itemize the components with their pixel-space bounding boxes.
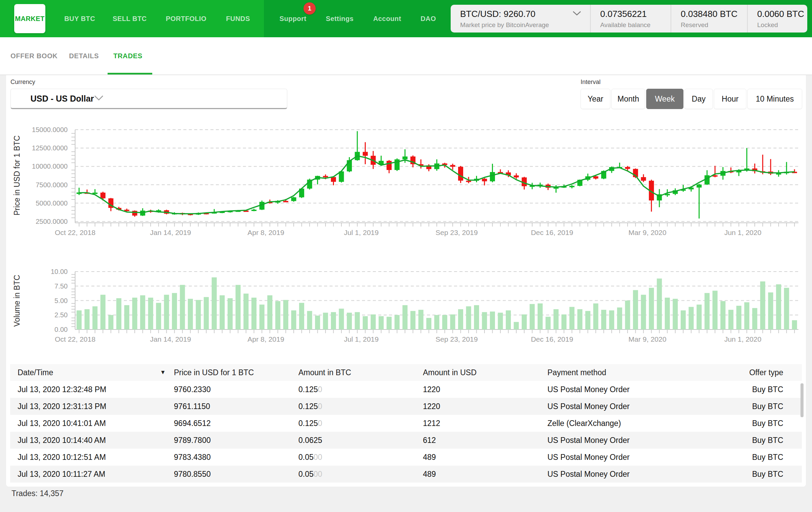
cell-price: 9761.1150 <box>174 398 210 415</box>
header-amount-btc[interactable]: Amount in BTC <box>298 364 351 381</box>
svg-text:Jun 1, 2020: Jun 1, 2020 <box>724 229 762 236</box>
cell-price: 9783.4380 <box>174 449 211 466</box>
cell-payment-method: US Postal Money Order <box>547 398 630 415</box>
cell-offer-type: Buy BTC <box>752 432 783 449</box>
active-tab-underline <box>108 73 152 74</box>
cell-datetime: Jul 13, 2020 10:12:51 AM <box>18 449 106 466</box>
svg-text:Sep 23, 2019: Sep 23, 2019 <box>435 229 478 236</box>
svg-text:0.00: 0.00 <box>54 326 68 333</box>
cell-amount-usd: 1220 <box>423 381 440 398</box>
interval-10-minutes[interactable]: 10 Minutes <box>747 89 802 109</box>
svg-text:Sep 23, 2019: Sep 23, 2019 <box>435 335 478 343</box>
trades-panel: Currency USD - US Dollar Interval Year M… <box>6 75 806 487</box>
nav-item-dao[interactable]: DAO <box>421 0 436 37</box>
interval-week[interactable]: Week <box>646 89 683 109</box>
top-nav: MARKET BUY BTC SELL BTC PORTFOLIO FUNDS … <box>0 0 812 37</box>
table-header-row: Date/Time ▼ Price in USD for 1 BTC Amoun… <box>10 364 802 381</box>
interval-day[interactable]: Day <box>684 89 713 109</box>
tab-offer-book[interactable]: OFFER BOOK <box>10 37 58 74</box>
cell-price: 9694.6512 <box>174 415 211 432</box>
nav-item-label: MARKET <box>15 15 44 23</box>
table-row: Jul 13, 2020 12:32:48 PM 9760.2330 0.125… <box>10 381 802 398</box>
market-price-section[interactable]: BTC/USD: 9260.70 Market price by Bitcoin… <box>451 5 590 33</box>
cell-datetime: Jul 13, 2020 10:11:27 AM <box>18 466 105 483</box>
cell-offer-type: Buy BTC <box>752 381 783 398</box>
cell-price: 9780.8550 <box>174 466 211 483</box>
cell-price: 9789.7800 <box>174 432 211 449</box>
cell-amount-btc: 0.1250 <box>298 415 322 432</box>
market-tabbar: OFFER BOOK DETAILS TRADES <box>0 37 812 75</box>
svg-text:Price in USD for 1 BTC: Price in USD for 1 BTC <box>13 135 21 215</box>
cell-amount-btc: 0.1250 <box>298 381 322 398</box>
cell-payment-method: Zelle (ClearXchange) <box>547 415 621 432</box>
header-datetime[interactable]: Date/Time <box>18 364 53 381</box>
header-price[interactable]: Price in USD for 1 BTC <box>174 364 254 381</box>
reserved-balance: 0.038480 BTC Reserved <box>671 5 747 33</box>
reserved-balance-label: Reserved <box>681 21 747 29</box>
market-price-value: BTC/USD: 9260.70 <box>460 9 536 19</box>
cell-payment-method: US Postal Money Order <box>547 449 630 466</box>
cell-payment-method: US Postal Money Order <box>547 466 630 483</box>
interval-year[interactable]: Year <box>581 89 610 109</box>
header-amount-usd[interactable]: Amount in USD <box>423 364 477 381</box>
currency-select[interactable]: USD - US Dollar <box>10 89 287 109</box>
nav-item-funds[interactable]: FUNDS <box>226 0 250 37</box>
tab-trades[interactable]: TRADES <box>113 37 142 74</box>
available-balance-value: 0.07356221 <box>600 9 671 19</box>
cell-amount-btc: 0.1250 <box>298 398 322 415</box>
cell-datetime: Jul 13, 2020 12:32:48 PM <box>18 381 106 398</box>
locked-balance-value: 0.0060 BTC <box>757 9 807 19</box>
reserved-balance-value: 0.038480 BTC <box>681 9 747 19</box>
table-row: Jul 13, 2020 10:12:51 AM 9783.4380 0.050… <box>10 449 802 466</box>
cell-amount-btc: 0.0500 <box>298 466 322 483</box>
interval-month[interactable]: Month <box>611 89 645 109</box>
svg-text:7.50: 7.50 <box>54 282 68 290</box>
cell-payment-method: US Postal Money Order <box>547 432 630 449</box>
cell-offer-type: Buy BTC <box>752 449 783 466</box>
header-offer-type[interactable]: Offer type <box>749 364 783 381</box>
cell-datetime: Jul 13, 2020 10:14:40 AM <box>18 432 106 449</box>
svg-text:Jan 14, 2019: Jan 14, 2019 <box>150 229 191 236</box>
svg-text:Dec 16, 2019: Dec 16, 2019 <box>531 335 573 343</box>
cell-amount-btc: 0.0625 <box>298 432 322 449</box>
nav-item-market[interactable]: MARKET <box>14 4 45 33</box>
volume-bar-chart: 10.007.505.002.500.00Oct 22, 2018Jan 14,… <box>6 251 806 353</box>
cell-amount-usd: 489 <box>423 449 436 466</box>
svg-text:10000.0000: 10000.0000 <box>32 163 68 170</box>
market-price-widget[interactable]: BTC/USD: 9260.70 Market price by Bitcoin… <box>451 5 807 33</box>
price-candlestick-chart: 15000.000012500.000010000.00007500.00005… <box>6 109 806 244</box>
cell-amount-usd: 1212 <box>423 415 440 432</box>
table-row: Jul 13, 2020 10:41:01 AM 9694.6512 0.125… <box>10 415 802 432</box>
cell-payment-method: US Postal Money Order <box>547 381 630 398</box>
tab-details[interactable]: DETAILS <box>69 37 99 74</box>
currency-label: Currency <box>10 79 35 86</box>
nav-item-settings[interactable]: Settings <box>326 0 354 37</box>
table-row: Jul 13, 2020 10:14:40 AM 9789.7800 0.062… <box>10 432 802 449</box>
svg-text:Jun 1, 2020: Jun 1, 2020 <box>724 335 762 343</box>
nav-item-buy-btc[interactable]: BUY BTC <box>64 0 95 37</box>
nav-item-support[interactable]: Support <box>279 0 306 37</box>
svg-text:Oct 22, 2018: Oct 22, 2018 <box>55 335 95 343</box>
table-scrollbar-thumb[interactable] <box>800 383 804 417</box>
locked-balance: 0.0060 BTC Locked <box>747 5 807 33</box>
cell-price: 9760.2330 <box>174 381 211 398</box>
cell-amount-usd: 612 <box>423 432 436 449</box>
nav-item-sell-btc[interactable]: SELL BTC <box>113 0 147 37</box>
interval-hour[interactable]: Hour <box>714 89 746 109</box>
nav-item-account[interactable]: Account <box>373 0 401 37</box>
cell-offer-type: Buy BTC <box>752 415 783 432</box>
svg-text:Dec 16, 2019: Dec 16, 2019 <box>531 229 573 236</box>
nav-item-portfolio[interactable]: PORTFOLIO <box>166 0 206 37</box>
svg-text:2.50: 2.50 <box>54 311 68 319</box>
sort-descending-icon[interactable]: ▼ <box>160 364 166 381</box>
svg-text:7500.0000: 7500.0000 <box>36 181 68 189</box>
trades-count: Trades: 14,357 <box>12 489 64 498</box>
svg-text:Jul 1, 2019: Jul 1, 2019 <box>344 335 379 343</box>
interval-toggle-group: Year Month Week Day Hour 10 Minutes <box>581 89 802 109</box>
svg-text:12500.0000: 12500.0000 <box>32 144 68 152</box>
header-payment-method[interactable]: Payment method <box>547 364 606 381</box>
market-price-source: Market price by BitcoinAverage <box>460 21 590 29</box>
table-row: Jul 13, 2020 12:31:13 PM 9761.1150 0.125… <box>10 398 802 415</box>
chevron-down-icon <box>572 11 581 17</box>
interval-label: Interval <box>581 79 601 86</box>
